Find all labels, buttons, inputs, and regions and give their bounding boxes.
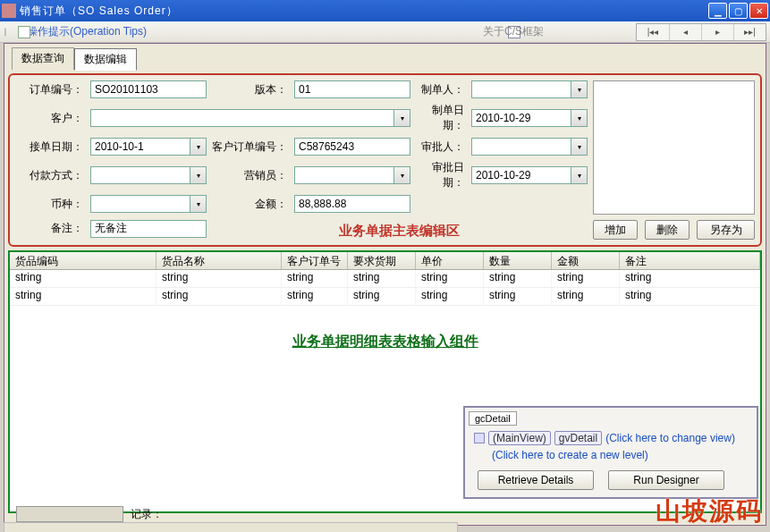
version-input[interactable] <box>294 80 410 98</box>
nav-prev-button[interactable]: ◂ <box>669 24 701 40</box>
approve-date-label: 审批日期： <box>414 160 468 190</box>
sales-dropdown[interactable]: ▾ <box>394 166 410 184</box>
about-link[interactable]: 关于C/S框架 <box>483 24 544 39</box>
remark-label: 备注： <box>15 221 87 236</box>
main-tabs: 数据查询 数据编辑 <box>12 47 766 70</box>
nav-last-button[interactable]: ▸▸| <box>733 24 766 40</box>
col-due[interactable]: 要求货期 <box>348 252 416 269</box>
minimize-button[interactable]: ▁ <box>708 3 727 19</box>
detail-area-title: 业务单据明细表表格输入组件 <box>10 333 760 351</box>
col-name[interactable]: 货品名称 <box>157 252 282 269</box>
record-footer: 记录： <box>16 506 163 522</box>
col-qty[interactable]: 数量 <box>484 252 552 269</box>
run-designer-button[interactable]: Run Designer <box>608 470 724 490</box>
operation-tips-link[interactable]: 操作提示(Operation Tips) <box>27 24 147 39</box>
tips-icon <box>18 26 30 38</box>
designer-panel: gcDetail (MainView) gvDetail (Click here… <box>463 406 758 499</box>
add-button[interactable]: 增加 <box>593 220 638 240</box>
delete-button[interactable]: 删除 <box>645 220 690 240</box>
sales-label: 营销员： <box>210 168 291 183</box>
record-navigator: |◂◂ ◂ ▸ ▸▸| <box>636 23 766 41</box>
order-no-input[interactable] <box>90 80 207 98</box>
retrieve-details-button[interactable]: Retrieve Details <box>478 470 594 490</box>
new-level-link[interactable]: (Click here to create a new level) <box>492 449 648 461</box>
customer-dropdown[interactable]: ▾ <box>394 109 410 127</box>
nav-next-button[interactable]: ▸ <box>701 24 733 40</box>
maximize-button[interactable]: ▢ <box>729 3 748 19</box>
horizontal-scrollbar[interactable] <box>4 522 458 532</box>
saveas-button[interactable]: 另存为 <box>697 220 755 240</box>
recv-date-label: 接单日期： <box>15 139 87 155</box>
toolbar: ⁞ 操作提示(Operation Tips) 关于C/S框架 |◂◂ ◂ ▸ ▸… <box>0 21 770 43</box>
col-cust[interactable]: 客户订单号 <box>282 252 348 269</box>
header-area-title: 业务单据主表编辑区 <box>210 223 588 240</box>
title-bar: 销售订单（SO Sales Order） ▁ ▢ ✕ <box>0 0 770 21</box>
mainview-pill[interactable]: (MainView) <box>488 431 551 445</box>
sales-input[interactable] <box>294 166 394 184</box>
approve-date-input[interactable] <box>471 166 571 184</box>
cust-so-label: 客户订单编号： <box>210 139 291 155</box>
preview-box <box>593 80 755 215</box>
remark-input[interactable] <box>90 220 207 238</box>
pay-dropdown[interactable]: ▾ <box>190 166 207 184</box>
customer-label: 客户： <box>15 111 87 126</box>
currency-label: 币种： <box>15 197 87 212</box>
pay-input[interactable] <box>90 166 190 184</box>
col-note[interactable]: 备注 <box>620 252 760 269</box>
grip-icon: ⁞ <box>4 26 7 38</box>
app-icon <box>2 4 16 18</box>
recv-date-dropdown[interactable]: ▾ <box>190 138 207 156</box>
col-price[interactable]: 单价 <box>416 252 484 269</box>
grid-row[interactable]: string string string string string strin… <box>10 270 760 288</box>
currency-dropdown[interactable]: ▾ <box>190 195 207 213</box>
close-button[interactable]: ✕ <box>749 3 768 19</box>
grid-header: 货品编码 货品名称 客户订单号 要求货期 单价 数量 金额 备注 <box>10 252 760 270</box>
customer-input[interactable] <box>90 109 394 127</box>
amount-label: 金额： <box>210 197 291 212</box>
header-edit-area: 订单编号： 版本： 制单人： ▾ 客户： ▾ 制单日期： ▾ 接单日期： ▾ 客… <box>8 73 762 247</box>
grid-row[interactable]: string string string string string strin… <box>10 288 760 306</box>
gvdetail-pill[interactable]: gvDetail <box>554 431 602 445</box>
col-code[interactable]: 货品编码 <box>10 252 157 269</box>
approver-input[interactable] <box>471 138 571 156</box>
order-no-label: 订单编号： <box>15 82 87 97</box>
creator-label: 制单人： <box>414 82 468 97</box>
approver-label: 审批人： <box>414 139 468 155</box>
nav-first-button[interactable]: |◂◂ <box>637 24 669 40</box>
gcdetail-tab[interactable]: gcDetail <box>469 411 517 426</box>
pay-label: 付款方式： <box>15 168 87 183</box>
currency-input[interactable] <box>90 195 190 213</box>
col-amt[interactable]: 金额 <box>552 252 620 269</box>
window-title: 销售订单（SO Sales Order） <box>20 4 708 19</box>
record-label: 记录： <box>131 507 163 522</box>
footer-box <box>16 506 123 522</box>
recv-date-input[interactable] <box>90 138 190 156</box>
tab-edit[interactable]: 数据编辑 <box>74 48 137 71</box>
creator-input[interactable] <box>471 80 571 98</box>
version-label: 版本： <box>210 82 291 97</box>
amount-input[interactable] <box>294 195 410 213</box>
view-icon <box>474 433 485 443</box>
creator-dropdown[interactable]: ▾ <box>571 80 588 98</box>
tab-query[interactable]: 数据查询 <box>12 47 74 70</box>
create-date-input[interactable] <box>471 109 571 127</box>
change-view-link[interactable]: (Click here to change view) <box>605 432 735 444</box>
create-date-dropdown[interactable]: ▾ <box>571 109 588 127</box>
cust-so-input[interactable] <box>294 138 410 156</box>
side-panel: 增加 删除 另存为 <box>593 80 755 240</box>
approve-date-dropdown[interactable]: ▾ <box>571 166 588 184</box>
approver-dropdown[interactable]: ▾ <box>571 138 588 156</box>
create-date-label: 制单日期： <box>414 103 468 133</box>
